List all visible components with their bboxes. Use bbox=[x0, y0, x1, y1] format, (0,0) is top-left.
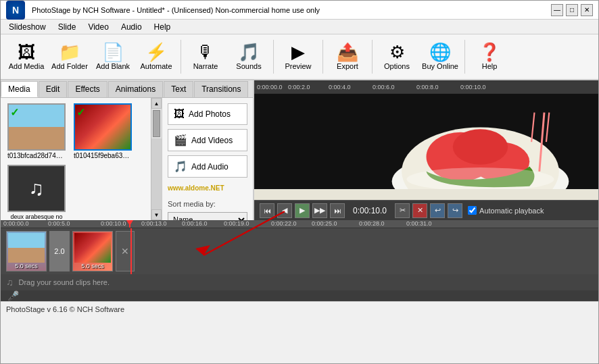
svg-marker-12 bbox=[195, 245, 210, 255]
toolbar: 🖼 Add Media 📁 Add Folder 📄 Add Blank ⚡ A… bbox=[1, 34, 598, 80]
media-label-2: t010415f9eba63b... bbox=[74, 152, 132, 159]
preview-icon: ▶ bbox=[291, 43, 305, 61]
transport-play-button[interactable]: ▶ bbox=[295, 203, 310, 218]
narrate-button[interactable]: 🎙 Narrate bbox=[185, 37, 226, 76]
export-button[interactable]: 📤 Export bbox=[327, 37, 368, 76]
scroll-down-arrow[interactable]: ▼ bbox=[151, 209, 162, 220]
preview-button[interactable]: ▶ Preview bbox=[278, 37, 318, 76]
add-audio-button[interactable]: 🎵 Add Audio bbox=[168, 155, 247, 178]
maximize-button[interactable]: □ bbox=[566, 4, 578, 16]
automate-button[interactable]: ⚡ Automate bbox=[136, 37, 176, 76]
media-thumb-3: ♫ bbox=[7, 165, 66, 212]
add-photos-button[interactable]: 🖼 Add Photos bbox=[168, 103, 247, 125]
media-grid: ✓ t013bfcad28d74e6... ✓ t010415f9eba63b.… bbox=[1, 98, 151, 220]
clip-music[interactable]: 2.0 bbox=[49, 231, 70, 271]
close-button[interactable]: ✕ bbox=[581, 4, 593, 16]
media-scrollbar[interactable]: ▲ ▼ bbox=[151, 98, 162, 220]
add-audio-icon: 🎵 bbox=[174, 160, 187, 173]
svg-point-5 bbox=[453, 129, 508, 164]
menu-slide[interactable]: Slide bbox=[53, 21, 82, 33]
ruler-mark-7: 0:00:25.0 bbox=[312, 220, 337, 227]
tab-media[interactable]: Media bbox=[1, 81, 38, 97]
transport-undo-button[interactable]: ↩ bbox=[430, 203, 445, 218]
transport-end-button[interactable]: ⏭ bbox=[330, 203, 345, 218]
add-blank-icon: 📄 bbox=[102, 43, 124, 61]
transport-forward-button[interactable]: ▶▶ bbox=[312, 203, 327, 218]
media-item-2[interactable]: ✓ t010415f9eba63b... bbox=[72, 103, 133, 159]
media-label-1: t013bfcad28d74e6... bbox=[7, 152, 66, 159]
menu-help[interactable]: Help bbox=[149, 21, 176, 33]
automate-icon: ⚡ bbox=[145, 43, 167, 61]
add-photos-label: Add Photos bbox=[189, 109, 231, 119]
app-logo: N bbox=[6, 1, 25, 20]
add-media-label: Add Media bbox=[9, 62, 45, 70]
ruler-mark-9: 0:00:31.0 bbox=[406, 220, 432, 227]
add-media-button[interactable]: 🖼 Add Media bbox=[6, 37, 47, 76]
media-panel: ✓ t013bfcad28d74e6... ✓ t010415f9eba63b.… bbox=[1, 98, 253, 220]
narrate-icon: 🎙 bbox=[197, 43, 214, 61]
add-videos-button[interactable]: 🎬 Add Videos bbox=[168, 129, 247, 151]
help-button[interactable]: ❓ Help bbox=[469, 37, 510, 76]
music-thumb-image: ♫ bbox=[9, 166, 64, 211]
scroll-up-arrow[interactable]: ▲ bbox=[151, 98, 162, 109]
add-folder-label: Add Folder bbox=[51, 62, 88, 70]
transport-rewind-button[interactable]: ⏮ bbox=[260, 203, 274, 218]
ruler-mark-3: 0:00:13.0 bbox=[141, 220, 167, 227]
left-panel: Media Edit Effects Animations Text Trans… bbox=[1, 80, 254, 220]
menu-slideshow[interactable]: Slideshow bbox=[3, 21, 51, 33]
clip-person[interactable]: 5.0 secs bbox=[6, 231, 47, 271]
auto-playback: Automatic playback bbox=[468, 206, 544, 215]
sounds-icon: 🎵 bbox=[238, 43, 260, 61]
auto-playback-checkbox[interactable] bbox=[468, 206, 477, 215]
add-photos-icon: 🖼 bbox=[174, 108, 185, 120]
scroll-thumb[interactable] bbox=[153, 110, 160, 137]
toolbar-sep-5 bbox=[464, 40, 465, 74]
options-label: Options bbox=[384, 62, 410, 70]
transport-redo-button[interactable]: ↪ bbox=[448, 203, 462, 218]
media-item-3[interactable]: ♫ deux arabesque no 2.wav bbox=[6, 165, 67, 220]
media-item-1[interactable]: ✓ t013bfcad28d74e6... bbox=[6, 103, 67, 159]
audio-icon: ♫ bbox=[6, 277, 14, 288]
playhead-ruler bbox=[129, 220, 130, 228]
buy-online-label: Buy Online bbox=[422, 62, 458, 70]
playhead-arrow bbox=[126, 220, 133, 226]
media-thumb-1: ✓ bbox=[7, 103, 66, 151]
buy-online-button[interactable]: 🌐 Buy Online bbox=[420, 37, 460, 76]
transport-cut-button[interactable]: ✂ bbox=[395, 203, 410, 218]
tab-edit[interactable]: Edit bbox=[39, 81, 68, 97]
transport-controls: ⏮ ◀ ▶ ▶▶ ⏭ 0:00:10.0 ✂ ✕ ↩ ↪ Automatic p… bbox=[254, 200, 598, 220]
add-blank-button[interactable]: 📄 Add Blank bbox=[93, 37, 133, 76]
ruler-mark-1: 0:00:5.0 bbox=[48, 220, 70, 227]
menu-audio[interactable]: Audio bbox=[116, 21, 147, 33]
clip-watermelon[interactable]: 5.0 secs bbox=[72, 231, 113, 271]
sort-select[interactable]: Name Date Size Type bbox=[168, 212, 247, 220]
tab-animations[interactable]: Animations bbox=[108, 81, 163, 97]
timeline-ruler-top: 0:00:00.0 0:00:2.0 0:00:4.0 0:00:6.0 0:0… bbox=[254, 80, 598, 94]
checkmark-1: ✓ bbox=[10, 106, 19, 119]
preview-video bbox=[254, 94, 598, 200]
transport-back-button[interactable]: ◀ bbox=[277, 203, 292, 218]
sounds-label: Sounds bbox=[236, 62, 261, 70]
tab-bar: Media Edit Effects Animations Text Trans… bbox=[1, 80, 253, 98]
minimize-button[interactable]: — bbox=[551, 4, 563, 16]
ruler-mark-6: 0:00:22.0 bbox=[271, 220, 297, 227]
svg-point-9 bbox=[406, 167, 554, 191]
ruler-mark-0: 0:00:00.0 bbox=[3, 220, 29, 227]
options-button[interactable]: ⚙ Options bbox=[377, 37, 417, 76]
add-folder-button[interactable]: 📁 Add Folder bbox=[49, 37, 90, 76]
status-bar: PhotoStage v 6.16 © NCH Software bbox=[1, 301, 598, 316]
title-bar: N PhotoStage by NCH Software - Untitled*… bbox=[1, 1, 598, 20]
export-icon: 📤 bbox=[337, 43, 358, 61]
tab-transitions[interactable]: Transitions bbox=[194, 81, 248, 97]
tab-text[interactable]: Text bbox=[164, 81, 193, 97]
tab-effects[interactable]: Effects bbox=[68, 81, 107, 97]
preview-image bbox=[254, 94, 598, 200]
transport-stop-button[interactable]: ✕ bbox=[412, 203, 427, 218]
mic-track: 🎤 bbox=[1, 290, 598, 301]
menu-video[interactable]: Video bbox=[82, 21, 114, 33]
timeline-ruler: 0:00:00.0 0:00:5.0 0:00:10.0 0:00:13.0 0… bbox=[1, 220, 598, 228]
svg-rect-10 bbox=[254, 189, 598, 200]
add-videos-label: Add Videos bbox=[191, 136, 233, 145]
ruler-mark-2: 0:00:10.0 bbox=[101, 220, 126, 227]
sounds-button[interactable]: 🎵 Sounds bbox=[229, 37, 269, 76]
